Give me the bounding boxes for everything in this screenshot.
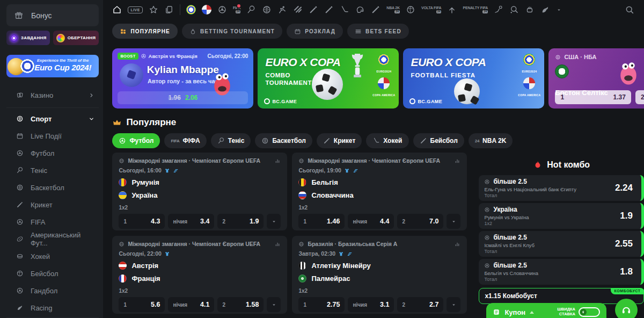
diagonal-stripes-icon[interactable]: [293, 5, 303, 15]
combo-bet-item[interactable]: більше 2.5 Бельгія vs Словаччина Тотал 1…: [479, 259, 644, 285]
odds-button-draw[interactable]: нічия3.4: [168, 214, 214, 229]
volleyball-icon[interactable]: [406, 5, 415, 15]
chip-tennis[interactable]: Теніс: [211, 133, 251, 148]
more-caret-icon[interactable]: [556, 7, 562, 13]
kick-icon[interactable]: [494, 5, 503, 15]
horse-racing-icon[interactable]: [540, 5, 550, 15]
chip-fifa[interactable]: FIFA ФІФА: [164, 133, 206, 148]
chip-basketball[interactable]: Баскетбол: [255, 133, 312, 148]
fifa24-icon[interactable]: FIFA24: [233, 6, 240, 13]
sidebar-item-tennis[interactable]: Теніс: [6, 162, 99, 179]
sidebar-item-casino[interactable]: Казино: [6, 86, 99, 104]
copa-america-icon[interactable]: [202, 5, 211, 15]
favorites-star-icon[interactable]: [149, 5, 158, 15]
lineups-shirt-icon[interactable]: [164, 168, 170, 174]
chip-hockey[interactable]: Хокей: [366, 133, 408, 148]
odds-button-draw[interactable]: нічия4.1: [168, 297, 214, 312]
odds-button-home[interactable]: 11.46: [298, 214, 345, 229]
stats-icon[interactable]: [347, 251, 353, 257]
boost-odds-bar[interactable]: 1.96 2.06: [118, 91, 248, 104]
odds-button-1[interactable]: 1 1.37: [555, 90, 631, 104]
mma-icon[interactable]: [525, 5, 535, 15]
tab-schedule[interactable]: РОЗКЛАД: [287, 24, 343, 39]
banner-euro-x-copa-fiesta[interactable]: EURO X COPA FOOTBALL FIESTA EURO2024 COP…: [403, 48, 544, 109]
euro2024-icon[interactable]: [186, 5, 196, 15]
sidebar-item-baseball[interactable]: Бейсбол: [6, 265, 99, 282]
tab-bets-feed[interactable]: BETS FEED: [347, 24, 409, 39]
odds-button-home[interactable]: 15.6: [119, 297, 165, 312]
more-markets-button[interactable]: [267, 214, 281, 229]
combo-bet-item[interactable]: Україна Румунія vs Україна 1x2 1.9: [479, 203, 644, 229]
odds-button-away[interactable]: 27.0: [397, 214, 443, 229]
stats-icon[interactable]: [173, 168, 179, 174]
baseball-icon: [16, 270, 24, 277]
search-icon[interactable]: [625, 5, 634, 15]
support-chat-button[interactable]: [615, 299, 638, 318]
chip-baseball[interactable]: Бейсбол: [413, 133, 464, 148]
spins-button[interactable]: ОБЕРТАННЯ: [53, 31, 99, 45]
cricket24-icon[interactable]: [324, 5, 334, 15]
sidebar-item-hockey[interactable]: Хокей: [6, 248, 99, 265]
odds-button-away[interactable]: 22.7: [397, 297, 443, 312]
statistics-icon[interactable]: [455, 241, 460, 247]
lineups-shirt-icon[interactable]: [164, 251, 170, 257]
odds-button-draw[interactable]: нічия3.1: [348, 297, 394, 312]
counter-strike-icon[interactable]: [277, 5, 287, 15]
chip-cricket[interactable]: Крикет: [317, 133, 362, 148]
sidebar-item-basketball[interactable]: Баскетбол: [6, 179, 99, 196]
sidebar-item-sport[interactable]: Спорт: [6, 110, 99, 127]
lineups-shirt-icon[interactable]: [338, 251, 344, 257]
chip-football[interactable]: Футбол: [112, 133, 160, 148]
sidebar-item-american-football[interactable]: Американський Фут...: [6, 230, 99, 248]
soccer-icon[interactable]: [217, 5, 227, 15]
chip-nba2k[interactable]: 24 NBA 2K: [469, 133, 513, 148]
sidebar-item-handball[interactable]: Гандбол: [6, 282, 99, 299]
sidebar-item-racing[interactable]: Racing: [6, 299, 99, 316]
live-icon[interactable]: LIVE: [128, 6, 143, 13]
penalty-fifa-icon[interactable]: PENALTY FIFA24: [463, 6, 488, 13]
lineups-shirt-icon[interactable]: [344, 168, 350, 174]
sidebar-item-football[interactable]: Футбол: [6, 144, 99, 162]
banner-euro-x-copa-combo[interactable]: EURO X COPA COMBO TOURNAMENT EURO2024 CO…: [258, 48, 399, 109]
field-hockey-icon[interactable]: [340, 5, 349, 15]
banner-nba-celtics[interactable]: США · НБА Бостон Селтікс 1 1.37 2: [548, 48, 644, 109]
coupon-button[interactable]: Купон ШВИДКАСТАВКА: [486, 303, 606, 318]
odds-button-2[interactable]: 2: [635, 90, 644, 104]
statistics-icon[interactable]: [275, 241, 281, 247]
odds-button-draw[interactable]: нічия4.4: [348, 214, 394, 229]
volta-fifa-icon[interactable]: VOLTA FIFA24: [421, 6, 442, 13]
table-tennis-icon[interactable]: [509, 5, 519, 15]
baseball-bat-icon[interactable]: [371, 5, 380, 15]
nba2k-icon[interactable]: NBA 2K24: [386, 6, 400, 13]
statistics-icon[interactable]: [455, 158, 460, 164]
odds-button-home[interactable]: 12.75: [298, 297, 345, 312]
cricket-bat-icon[interactable]: [309, 5, 318, 15]
tennis-icon[interactable]: [246, 5, 256, 15]
quick-bet-toggle[interactable]: [579, 307, 600, 317]
more-markets-button[interactable]: [267, 297, 281, 312]
bet-slips-icon[interactable]: [164, 5, 174, 15]
statistics-icon[interactable]: [275, 158, 281, 164]
tasks-button[interactable]: ЗАВДАННЯ: [6, 31, 50, 45]
tab-popular[interactable]: ПОПУЛЯРНЕ: [112, 24, 178, 39]
more-markets-button[interactable]: [447, 214, 460, 229]
home-icon[interactable]: [112, 5, 122, 15]
sidebar-item-live-events[interactable]: Live Події: [6, 127, 99, 144]
tab-betting-tournament[interactable]: BETTING TOURNAMENT: [182, 24, 282, 39]
odds-button-home[interactable]: 14.3: [119, 214, 165, 229]
odds-button-away[interactable]: 21.9: [217, 214, 264, 229]
basketball-icon[interactable]: [262, 5, 272, 15]
odds-button-away[interactable]: 21.58: [217, 297, 264, 312]
arrow-up-icon[interactable]: [447, 5, 457, 15]
bonus-button[interactable]: Бонус: [6, 4, 99, 26]
banner-mbappe-boost[interactable]: BOOST Австрія vs Франція Сьогодні, 22:00…: [112, 48, 253, 109]
more-markets-button[interactable]: [447, 297, 460, 312]
stats-icon[interactable]: [353, 168, 358, 174]
sidebar-item-fifa[interactable]: FIFA: [6, 213, 99, 230]
combo-bet-item[interactable]: більше 2.5 Ісмайлі vs Енглі Клуб Тотал 2…: [479, 231, 644, 257]
sidebar-item-cricket[interactable]: Крикет: [6, 196, 99, 213]
football-helmet-icon[interactable]: [355, 5, 365, 15]
combo-bet-item[interactable]: більше 2.5 Ель-Гуна vs Національний банк…: [479, 175, 644, 201]
soccer-icon: [484, 263, 490, 269]
euro-cup-promo-banner[interactable]: Experience the Thrill of the Euro Cup 20…: [6, 55, 99, 77]
